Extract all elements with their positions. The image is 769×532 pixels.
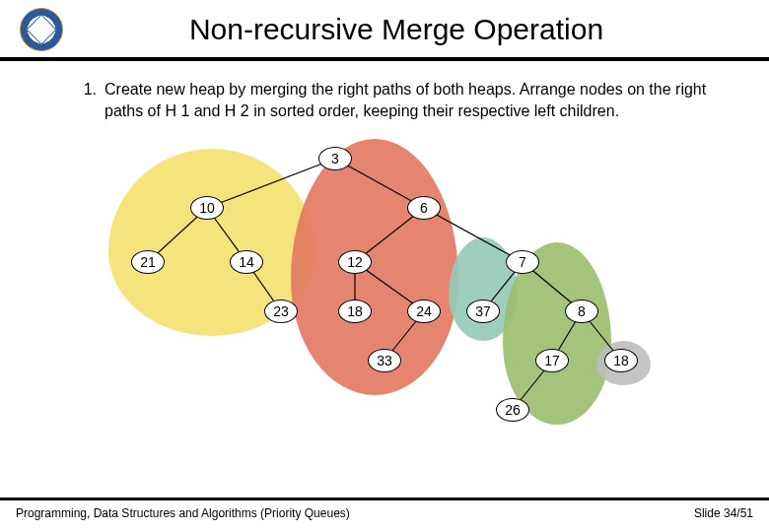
- org-logo: [20, 8, 63, 51]
- node-26: 26: [496, 398, 529, 422]
- slide-body: 1. Create new heap by merging the right …: [0, 61, 769, 434]
- tree-edges: [108, 139, 661, 434]
- svg-line-0: [207, 159, 335, 208]
- node-3: 3: [318, 147, 352, 170]
- node-10: 10: [190, 196, 224, 220]
- node-14: 14: [230, 250, 263, 274]
- slide-header: Non-recursive Merge Operation: [0, 0, 769, 61]
- node-24: 24: [407, 299, 441, 323]
- svg-line-6: [424, 208, 523, 262]
- step-text: Create new heap by merging the right pat…: [105, 79, 720, 121]
- heap-diagram: 3106211412723182437833171826: [108, 139, 661, 434]
- node-37: 37: [466, 299, 500, 323]
- footer-right: Slide 34/51: [694, 506, 753, 520]
- node-17: 17: [535, 349, 569, 372]
- slide-title: Non-recursive Merge Operation: [63, 13, 749, 46]
- step-1: 1. Create new heap by merging the right …: [49, 79, 720, 121]
- slide-footer: Programming, Data Structures and Algorit…: [0, 498, 769, 520]
- node-21: 21: [131, 250, 165, 274]
- node-23: 23: [264, 299, 298, 323]
- footer-left: Programming, Data Structures and Algorit…: [16, 506, 350, 520]
- node-7: 7: [506, 250, 539, 274]
- node-18: 18: [338, 299, 372, 323]
- node-12: 12: [338, 250, 372, 274]
- node-6: 6: [407, 196, 441, 220]
- step-number: 1.: [49, 79, 105, 121]
- node-18: 18: [604, 349, 638, 372]
- node-8: 8: [565, 299, 598, 323]
- node-33: 33: [368, 349, 401, 372]
